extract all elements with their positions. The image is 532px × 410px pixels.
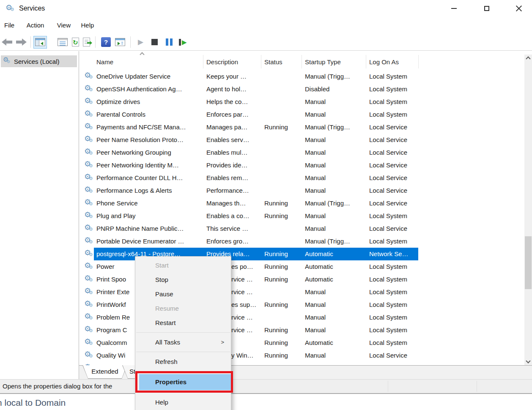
service-row[interactable]: ⚙⚙Peer Name Resolution Proto…Enables ser… — [82, 134, 524, 146]
s-description: Enforces gro… — [206, 235, 260, 248]
properties-icon — [58, 38, 68, 46]
service-gear-icon: ⚙⚙ — [84, 249, 94, 260]
column-divider[interactable] — [203, 55, 203, 68]
service-row[interactable]: ⚙⚙Performance Counter DLL H…Enables rem…… — [82, 172, 524, 184]
service-row[interactable]: ⚙⚙OneDrive Updater ServiceKeeps your …Ma… — [82, 70, 524, 83]
pause-service-button[interactable] — [166, 38, 173, 46]
service-row[interactable]: ⚙⚙Optimize drivesHelps the co…ManualLoca… — [82, 96, 524, 108]
vertical-scrollbar[interactable] — [524, 55, 532, 365]
s-description: Enables serv… — [206, 134, 260, 146]
s-name: PNRP Machine Name Public… — [96, 222, 200, 235]
service-row[interactable]: ⚙⚙Portable Device Enumerator …Enforces g… — [82, 235, 524, 248]
properties-button[interactable] — [58, 38, 68, 46]
service-row[interactable]: ⚙⚙Peer Networking Identity M…Provides id… — [82, 159, 524, 172]
column-divider[interactable] — [366, 55, 366, 68]
status-bar: Opens the properties dialog box for the — [0, 379, 532, 393]
menu-file[interactable]: File — [4, 19, 14, 32]
context-menu-item-resume: Resume — [135, 301, 231, 316]
help-button[interactable]: ? — [101, 37, 111, 47]
service-gear-icon: ⚙⚙ — [84, 287, 94, 298]
start-service-button[interactable]: ▶ — [138, 38, 143, 46]
context-menu-item-help[interactable]: Help — [135, 395, 231, 410]
s-description — [231, 336, 259, 349]
context-menu-item-label: Refresh — [155, 358, 178, 365]
s-status: Running — [264, 349, 302, 362]
minimize-button[interactable] — [444, 0, 463, 17]
refresh-button[interactable]: ↻ — [72, 38, 79, 46]
s-status — [264, 311, 302, 324]
red-annotation-box — [135, 371, 233, 393]
action-pane-icon — [115, 38, 125, 46]
service-row[interactable]: ⚙⚙Plug and PlayEnables a co…RunningManua… — [82, 210, 524, 222]
restart-service-button[interactable]: ▶ — [179, 38, 187, 46]
pause-service-icon — [166, 38, 173, 46]
s-startup-type: Manual — [305, 349, 365, 362]
status-pane-divider — [388, 381, 388, 392]
s-log-on-as: Local Service — [369, 172, 418, 184]
s-name: Parental Controls — [96, 108, 200, 121]
menu-help[interactable]: Help — [81, 19, 94, 32]
s-description: Helps the co… — [206, 96, 260, 108]
s-startup-type: Manual — [305, 286, 365, 298]
context-menu-item-start: Start — [135, 258, 231, 273]
column-header-status[interactable]: Status — [264, 58, 282, 66]
tab-extended[interactable]: Extended — [82, 365, 127, 379]
context-menu-item-restart[interactable]: Restart — [135, 316, 231, 330]
column-divider[interactable] — [261, 55, 261, 68]
service-row[interactable]: ⚙⚙PNRP Machine Name Public…This service … — [82, 222, 524, 235]
maximize-button[interactable] — [477, 0, 496, 17]
context-menu-separator — [136, 332, 230, 333]
s-description: Performance… — [206, 184, 260, 197]
export-list-button[interactable] — [83, 38, 90, 46]
scroll-down-icon[interactable] — [526, 358, 530, 363]
list-header: Name Description Status Startup Type Log… — [82, 51, 524, 70]
column-divider[interactable] — [302, 55, 302, 68]
s-description: Enables mul… — [206, 146, 260, 159]
s-log-on-as: Local System — [369, 324, 418, 336]
service-row[interactable]: ⚙⚙Phone ServiceManages th…RunningManual … — [82, 197, 524, 210]
context-menu-item-label: Stop — [155, 276, 168, 283]
column-header-description[interactable]: Description — [206, 58, 238, 66]
toolbar-separator — [95, 36, 96, 48]
column-header-logon[interactable]: Log On As — [369, 58, 399, 66]
service-row[interactable]: ⚙⚙Peer Networking GroupingEnables mul…Ma… — [82, 146, 524, 159]
service-row[interactable]: ⚙⚙Parental ControlsEnforces par…ManualLo… — [82, 108, 524, 121]
refresh-icon: ↻ — [72, 38, 79, 46]
show-console-tree-button[interactable] — [33, 36, 47, 49]
service-gear-icon: ⚙⚙ — [84, 313, 94, 323]
service-row[interactable]: ⚙⚙Payments and NFC/SE Mana…Manages pa…Ru… — [82, 121, 524, 134]
service-row[interactable]: ⚙⚙OpenSSH Authentication Ag…Agent to hol… — [82, 83, 524, 96]
s-log-on-as: Local System — [369, 83, 418, 96]
s-log-on-as: Local System — [369, 260, 418, 273]
show-action-pane-button[interactable] — [115, 38, 125, 46]
s-startup-type: Automatic — [305, 336, 365, 349]
s-status: Running — [264, 273, 302, 286]
s-name: OpenSSH Authentication Ag… — [96, 83, 200, 96]
s-startup-type: Manual (Trigg… — [305, 235, 365, 248]
column-header-startup[interactable]: Startup Type — [305, 58, 341, 66]
toolbar-separator — [130, 36, 131, 48]
s-status — [264, 286, 302, 298]
back-button[interactable] — [2, 38, 12, 46]
menu-action[interactable]: Action — [27, 19, 44, 32]
context-menu-item-refresh[interactable]: Refresh — [135, 355, 231, 369]
s-status: Running — [264, 324, 302, 336]
column-header-name[interactable]: Name — [96, 58, 113, 66]
stop-service-button[interactable] — [151, 39, 158, 45]
window-title: Services — [19, 5, 45, 12]
context-menu-item-all-tasks[interactable]: All Tasks> — [135, 335, 231, 350]
scroll-up-icon[interactable] — [526, 56, 530, 61]
sidebar-item-services-local[interactable]: ⚙⚙ Services (Local) — [1, 55, 77, 67]
s-description: Provides ide… — [206, 159, 260, 172]
forward-button[interactable] — [16, 38, 27, 46]
context-menu-item-pause[interactable]: Pause — [135, 287, 231, 301]
service-row[interactable]: ⚙⚙Performance Logs & AlertsPerformance…M… — [82, 184, 524, 197]
context-menu-item-stop[interactable]: Stop — [135, 273, 231, 287]
menu-view[interactable]: View — [57, 19, 71, 32]
scrollbar-thumb[interactable] — [525, 236, 532, 289]
context-menu-item-label: Help — [155, 399, 168, 406]
stop-service-icon — [151, 39, 158, 45]
close-button[interactable] — [509, 0, 529, 17]
s-startup-type: Automatic — [305, 260, 365, 273]
column-divider[interactable] — [418, 55, 419, 68]
